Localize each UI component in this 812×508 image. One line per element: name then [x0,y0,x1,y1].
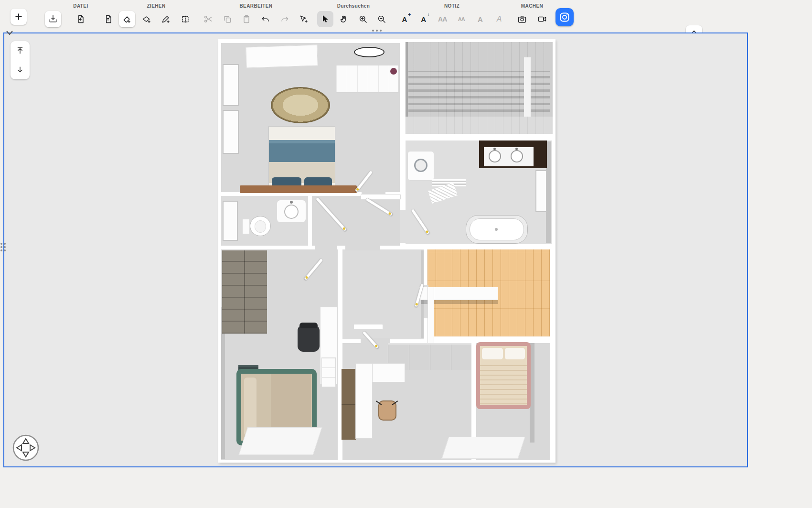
zoom-in-button[interactable] [355,11,371,27]
floor-up-button[interactable] [11,42,29,59]
letter-a-icon: A [421,16,426,23]
bed-double[interactable] [268,126,335,193]
font-increase-button[interactable]: AA [434,11,450,27]
cursor-add-icon [299,14,309,24]
compass-control[interactable] [12,434,40,464]
corner-chevron-icon[interactable] [5,30,14,36]
desk-l-side[interactable] [355,363,373,439]
door-lintel [353,324,383,330]
bed-single-pink[interactable] [476,342,531,409]
faucet [290,201,293,204]
blanket-fold [269,140,335,143]
toolbar-group-bearbeiten: BEARBEITEN [197,3,315,27]
redo-button[interactable] [277,11,293,27]
hand-icon [339,14,349,24]
floor-controls [11,41,30,79]
font-decrease-button[interactable]: AA [453,11,470,27]
oval-rug[interactable] [271,87,330,123]
chair[interactable] [378,400,396,421]
plus-overlay-icon: + [408,12,411,17]
rug[interactable] [239,427,322,455]
undo-button[interactable] [257,11,274,27]
ceiling-lamp[interactable] [354,47,385,57]
redo-icon [280,14,289,24]
arrow-down-icon [15,65,25,75]
photo-button[interactable] [514,11,530,27]
zoom-out-button[interactable] [374,11,390,27]
dot [4,246,6,248]
plus-icon [14,12,23,22]
group-label-datei: DATEI [42,3,119,11]
save-file-button[interactable] [100,11,117,27]
window[interactable] [223,110,239,154]
toolbar-group-datei: DATEI [42,3,119,27]
plant[interactable] [390,68,397,75]
import-file-button[interactable] [73,11,89,27]
window[interactable] [535,170,547,212]
zoom-in-icon [358,14,368,24]
draw-surface-button[interactable] [158,11,174,27]
arrows-overlay-icon: ↕ [427,12,430,17]
dot [4,243,6,245]
sink [489,150,501,162]
chair-back [299,323,318,328]
select-tool-button[interactable] [317,11,333,27]
door-opening [315,245,337,250]
app-logo-button[interactable] [556,8,574,26]
dot [0,246,2,248]
font-increase-icon: AA [438,16,447,22]
new-plan-button[interactable] [11,9,27,25]
floor-down-button[interactable] [11,61,29,78]
font-decrease-icon: AA [458,17,465,22]
deck-column [524,57,531,117]
copy-button[interactable] [219,11,235,27]
divide-icon [181,14,190,24]
drawer-unit[interactable] [321,357,336,387]
add-furniture-button[interactable] [296,11,312,27]
clipboard-icon [242,14,251,24]
pan-tool-button[interactable] [336,11,352,27]
bathtub[interactable] [466,215,528,244]
left-drag-handle[interactable] [0,243,6,251]
canvas[interactable] [3,32,748,467]
rug[interactable] [442,437,525,459]
cut-button[interactable] [200,11,216,27]
move-text-button[interactable]: A ↕ [416,11,432,27]
arrow-up-icon [15,46,25,55]
room-hallway-upper[interactable] [312,196,400,246]
window[interactable] [223,64,239,106]
headboard-bench[interactable] [240,185,357,193]
video-button[interactable] [534,11,550,27]
office-chair[interactable] [298,325,320,352]
draw-room-button[interactable] [139,11,155,27]
window[interactable] [223,201,238,241]
copy-icon [223,14,232,24]
add-wall-button[interactable] [119,11,135,27]
file-export-icon [104,14,113,24]
export-plan-button[interactable] [45,11,61,27]
dot [0,243,2,245]
wardrobe-tall[interactable] [342,369,356,440]
bold-button[interactable]: A [472,11,488,27]
add-text-button[interactable]: A + [396,11,413,27]
dot [376,30,378,32]
toolbar-group-notiz: NOTIZ A + A ↕ AA AA A A [394,3,510,27]
dot [380,30,382,32]
wardrobe-shelving[interactable] [222,250,267,334]
file-import-icon [76,14,85,24]
group-label-durchsuchen: Durchsuchen [314,3,393,11]
italic-button[interactable]: A [491,11,507,27]
toilet[interactable] [250,216,271,236]
group-label-ziehen: ZIEHEN [116,3,196,11]
top-drag-handle[interactable] [372,30,382,32]
dot [0,249,2,251]
group-label-bearbeiten: BEARBEITEN [197,3,315,11]
compass-icon [12,434,40,462]
dresser[interactable] [336,65,399,93]
paste-button[interactable] [238,11,255,27]
floor-plan [218,39,556,463]
divide-room-button[interactable] [177,11,193,27]
skylight[interactable] [246,44,318,68]
undo-icon [261,14,270,24]
group-label-machen: MACHEN [511,3,553,11]
